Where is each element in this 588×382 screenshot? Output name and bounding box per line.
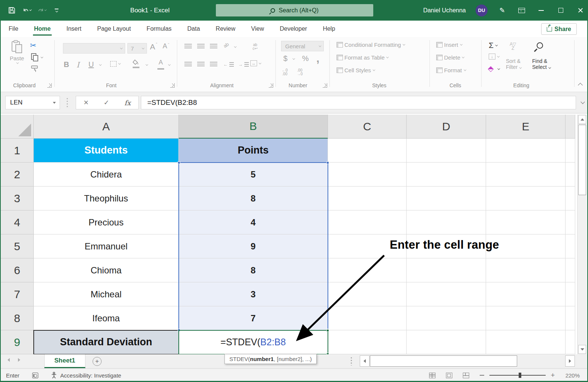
cell-F9[interactable]: [566, 330, 575, 354]
row-header-3[interactable]: 3: [1, 187, 34, 210]
column-header-E[interactable]: E: [486, 115, 566, 139]
share-button[interactable]: Share: [541, 23, 577, 35]
customize-quick-access-icon[interactable]: [52, 6, 61, 15]
zoom-in-icon[interactable]: +: [551, 371, 555, 379]
horizontal-scroll-thumb[interactable]: [370, 355, 517, 367]
cell-A5[interactable]: Emmanuel: [34, 234, 179, 258]
undo-dropdown-icon[interactable]: [29, 9, 32, 11]
font-launcher-icon[interactable]: [170, 83, 175, 88]
accessibility-status[interactable]: Accessibility: Investigate: [60, 372, 121, 379]
cell-B2[interactable]: 5: [179, 163, 328, 187]
user-name[interactable]: Daniel Uchenna: [423, 7, 466, 14]
scroll-down-button[interactable]: [578, 345, 586, 354]
tab-file[interactable]: File: [1, 21, 26, 37]
cell-F1[interactable]: [566, 139, 575, 163]
column-header-C[interactable]: C: [328, 115, 407, 139]
autosum-button[interactable]: Σ: [489, 41, 497, 50]
cell-F8[interactable]: [566, 306, 575, 330]
zoom-slider[interactable]: +: [480, 371, 555, 379]
vertical-scroll-thumb[interactable]: [578, 125, 586, 195]
tab-home[interactable]: Home: [26, 21, 58, 37]
cell-F4[interactable]: [566, 210, 575, 234]
close-button[interactable]: [575, 6, 585, 15]
cell-A4[interactable]: Precious: [34, 210, 179, 234]
cell-C9[interactable]: [328, 330, 407, 354]
cell-C3[interactable]: [328, 187, 407, 210]
scroll-up-button[interactable]: [578, 115, 586, 124]
save-icon[interactable]: [7, 6, 16, 15]
cell-C1[interactable]: [328, 139, 407, 163]
macro-recording-icon[interactable]: [32, 373, 38, 378]
cell-E2[interactable]: [486, 163, 566, 187]
zoom-out-icon[interactable]: [480, 375, 484, 376]
row-header-5[interactable]: 5: [1, 234, 34, 258]
row-header-9[interactable]: 9: [1, 330, 34, 354]
tab-developer[interactable]: Developer: [272, 21, 315, 37]
cell-A9[interactable]: Standard Deviation: [34, 330, 179, 354]
row-header-1[interactable]: 1: [1, 139, 34, 163]
cell-A2[interactable]: Chidera: [34, 163, 179, 187]
cell-B1[interactable]: Points: [179, 139, 328, 163]
row-header-4[interactable]: 4: [1, 210, 34, 234]
cancel-icon[interactable]: ×: [84, 98, 88, 107]
zoom-slider-thumb[interactable]: [519, 373, 521, 378]
cell-D4[interactable]: [407, 210, 486, 234]
cell-C7[interactable]: [328, 282, 407, 306]
new-sheet-button[interactable]: +: [93, 357, 102, 366]
undo-icon[interactable]: [22, 6, 31, 15]
cell-D3[interactable]: [407, 187, 486, 210]
cell-A1[interactable]: Students: [34, 139, 179, 163]
cell-E7[interactable]: [486, 282, 566, 306]
cell-C2[interactable]: [328, 163, 407, 187]
cell-C8[interactable]: [328, 306, 407, 330]
cell-D6[interactable]: [407, 258, 486, 282]
cell-C6[interactable]: [328, 258, 407, 282]
coach-pen-icon[interactable]: ✎: [497, 6, 507, 15]
cell-E3[interactable]: [486, 187, 566, 210]
cell-E8[interactable]: [486, 306, 566, 330]
tab-page-layout[interactable]: Page Layout: [89, 21, 139, 37]
cell-F6[interactable]: [566, 258, 575, 282]
row-header-2[interactable]: 2: [1, 163, 34, 187]
find-select-button[interactable]: Find &Select: [532, 58, 550, 70]
column-header-D[interactable]: D: [407, 115, 486, 139]
cell-F7[interactable]: [566, 282, 575, 306]
select-all-corner[interactable]: [1, 115, 34, 139]
cell-F5[interactable]: [566, 234, 575, 258]
tab-review[interactable]: Review: [208, 21, 243, 37]
cell-B3[interactable]: 8: [179, 187, 328, 210]
search-box[interactable]: Search (Alt+Q): [216, 4, 373, 16]
maximize-button[interactable]: [556, 6, 566, 15]
column-header-F-partial[interactable]: [566, 115, 575, 139]
scroll-right-button[interactable]: [565, 355, 575, 367]
clipboard-launcher-icon[interactable]: [47, 83, 52, 88]
cell-D8[interactable]: [407, 306, 486, 330]
clear-button[interactable]: [489, 67, 499, 71]
cell-D9[interactable]: [407, 330, 486, 354]
name-box-dropdown-icon[interactable]: [53, 102, 56, 104]
cell-A8[interactable]: Ifeoma: [34, 306, 179, 330]
cell-B8[interactable]: 7: [179, 306, 328, 330]
cell-A7[interactable]: Micheal: [34, 282, 179, 306]
number-launcher-icon[interactable]: [323, 83, 327, 88]
tab-help[interactable]: Help: [315, 21, 343, 37]
sheet-tab-sheet1[interactable]: Sheet1: [44, 354, 85, 368]
tab-view[interactable]: View: [243, 21, 272, 37]
cell-E4[interactable]: [486, 210, 566, 234]
formula-input[interactable]: =STDEV(B2:B8: [141, 96, 576, 109]
tab-formulas[interactable]: Formulas: [139, 21, 180, 37]
zoom-level[interactable]: 220%: [566, 372, 580, 379]
column-header-A[interactable]: A: [34, 115, 179, 139]
cell-A6[interactable]: Chioma: [34, 258, 179, 282]
cell-D2[interactable]: [407, 163, 486, 187]
avatar[interactable]: DU: [476, 4, 488, 16]
cell-B9-active[interactable]: =STDEV(B2:B8: [179, 330, 328, 354]
cell-A3[interactable]: Theophilus: [34, 187, 179, 210]
cell-B6[interactable]: 8: [179, 258, 328, 282]
formula-bar-resize-handle[interactable]: [67, 98, 68, 107]
cell-B4[interactable]: 4: [179, 210, 328, 234]
tab-data[interactable]: Data: [180, 21, 208, 37]
sheet-nav-left-icon[interactable]: [7, 358, 10, 362]
expand-formula-bar-icon[interactable]: [581, 100, 585, 104]
alignment-launcher-icon[interactable]: [269, 83, 273, 88]
